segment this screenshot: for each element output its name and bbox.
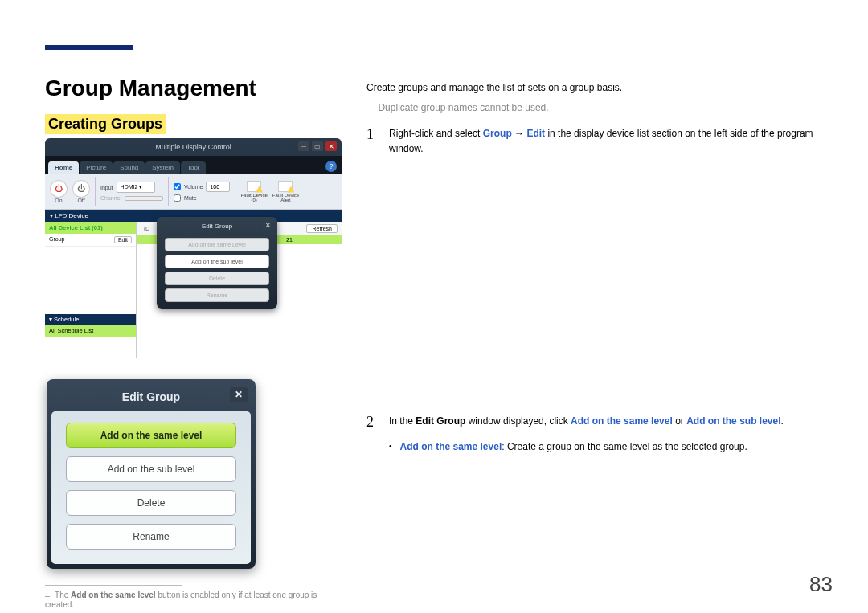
device-grid: ID ower Input Refresh	[137, 222, 342, 358]
page-number: 83	[809, 572, 833, 597]
bullet-icon: •	[389, 439, 392, 454]
volume-value[interactable]: 100	[206, 182, 230, 192]
add-sub-level-button[interactable]: Add on the sub level	[66, 456, 236, 482]
tab-picture[interactable]: Picture	[80, 161, 113, 174]
step-2-text: In the Edit Group window displayed, clic…	[389, 414, 833, 431]
close-button[interactable]: ✕	[326, 141, 337, 151]
group-word: Group	[483, 128, 512, 139]
all-schedule-list[interactable]: All Schedule List	[45, 325, 136, 337]
step-2: 2 In the Edit Group window displayed, cl…	[366, 414, 833, 431]
group-row: Group Edit	[45, 234, 136, 247]
schedule-section[interactable]: ▾ Schedule	[45, 314, 136, 325]
t: Add on the sub level	[686, 415, 780, 427]
group-label: Group	[49, 236, 64, 243]
power-on-button[interactable]: ⏻	[50, 180, 68, 198]
edit-group-dialog: Edit Group ✕ Add on the same level Add o…	[47, 379, 256, 569]
t: Add on the same level	[571, 415, 673, 427]
fault-device-alert[interactable]: Fault Device Alert	[272, 181, 299, 202]
dialog-title: Edit Group	[122, 390, 180, 403]
volume-checkbox[interactable]	[174, 183, 181, 190]
dialog-close-icon[interactable]: ✕	[230, 387, 248, 402]
edit-word: Edit	[526, 128, 545, 139]
header-rule	[45, 55, 836, 55]
rename-button[interactable]: Rename	[66, 524, 236, 550]
tab-sound[interactable]: Sound	[113, 161, 145, 174]
intro-text: Create groups and manage the list of set…	[366, 80, 833, 96]
popup-title: Edit Group ✕	[160, 220, 274, 235]
tab-home[interactable]: Home	[48, 161, 79, 174]
help-icon[interactable]: ?	[326, 161, 337, 172]
input-select[interactable]: HDMI2 ▾	[117, 182, 155, 193]
instruction-column: Create groups and manage the list of set…	[366, 80, 833, 455]
mute-checkbox[interactable]	[174, 194, 181, 202]
sidebar: All Device List (01) Group Edit ▾ Schedu…	[45, 222, 137, 358]
refresh-button[interactable]: Refresh	[306, 224, 338, 233]
t: .	[781, 415, 784, 427]
figures-column: Multiple Display Control ─ ▭ ✕ Home Pict…	[45, 138, 342, 609]
step-1-text: Right-click and select Group → Edit in t…	[389, 126, 833, 157]
dialog-body: Add on the same level Add on the sub lev…	[51, 411, 251, 564]
popup-add-sub-level[interactable]: Add on the sub level	[165, 255, 269, 268]
window-title-bar: Multiple Display Control ─ ▭ ✕	[45, 138, 342, 156]
home-toolbar: ⏻ On ⏻ Off Input HDMI2 ▾ Cha	[45, 174, 342, 210]
t: In the	[389, 415, 416, 427]
minimize-button[interactable]: ─	[298, 141, 309, 151]
t: Edit Group	[416, 415, 465, 427]
dialog-title-bar: Edit Group ✕	[51, 384, 251, 411]
main-tabs: Home Picture Sound System Tool ?	[45, 156, 342, 174]
t: The	[55, 591, 71, 599]
body-area: All Device List (01) Group Edit ▾ Schedu…	[45, 222, 342, 358]
add-same-level-button[interactable]: Add on the same level	[66, 423, 236, 448]
delete-button[interactable]: Delete	[66, 490, 236, 516]
step-number-1: 1	[366, 126, 378, 157]
off-label: Off	[72, 198, 90, 203]
step-1: 1 Right-click and select Group → Edit in…	[366, 126, 833, 157]
channel-label: Channel	[100, 195, 121, 201]
t: window displayed, click	[465, 415, 571, 427]
all-device-list[interactable]: All Device List (01)	[45, 222, 136, 234]
step-number-2: 2	[366, 414, 378, 431]
volume-control: Volume 100 Mute	[174, 182, 230, 202]
input-label: Input	[100, 185, 113, 190]
on-label: On	[50, 198, 68, 203]
maximize-button[interactable]: ▭	[312, 141, 323, 151]
header-accent-bar	[45, 45, 133, 50]
power-off-group: ⏻ Off	[72, 180, 90, 203]
t: : Create a group on the same level as th…	[502, 441, 747, 452]
window-title: Multiple Display Control	[155, 143, 231, 151]
t: or	[673, 415, 686, 427]
mdc-window: Multiple Display Control ─ ▭ ✕ Home Pict…	[45, 138, 342, 358]
channel-select	[125, 196, 163, 201]
tab-tool[interactable]: Tool	[181, 161, 206, 174]
t: Right-click and select	[389, 128, 483, 139]
page-title: Group Management	[45, 76, 256, 101]
note-body: Duplicate group names cannot be used.	[378, 102, 548, 113]
input-control: Input HDMI2 ▾ Channel	[100, 182, 163, 201]
bullet-text: Add on the same level: Create a group on…	[400, 439, 747, 455]
window-buttons: ─ ▭ ✕	[298, 141, 337, 151]
tab-system[interactable]: System	[145, 161, 180, 174]
t: Add on the same level	[400, 441, 502, 452]
footnote: ― The Add on the same level button is en…	[45, 591, 342, 609]
edit-button[interactable]: Edit	[114, 236, 132, 243]
mute-label: Mute	[184, 195, 197, 201]
step-2-bullet: • Add on the same level: Create a group …	[389, 439, 833, 455]
fault-device-count[interactable]: Fault Device (0)	[240, 181, 267, 202]
edit-group-popup-small: Edit Group ✕ Add on the same Level Add o…	[157, 217, 277, 309]
volume-label: Volume	[184, 184, 203, 190]
power-on-group: ⏻ On	[50, 180, 68, 203]
popup-rename[interactable]: Rename	[165, 288, 269, 302]
popup-add-same-level[interactable]: Add on the same Level	[165, 238, 269, 251]
power-off-button[interactable]: ⏻	[72, 180, 90, 198]
t: Add on the same level	[71, 591, 156, 599]
note-text: ― Duplicate group names cannot be used.	[366, 100, 833, 116]
col-id: ID	[141, 224, 158, 233]
footnote-rule	[45, 585, 182, 586]
popup-close-icon[interactable]: ✕	[263, 220, 272, 230]
section-heading: Creating Groups	[45, 114, 166, 134]
figure-mdc-window: Multiple Display Control ─ ▭ ✕ Home Pict…	[45, 138, 342, 358]
popup-delete[interactable]: Delete	[165, 272, 269, 285]
arrow: →	[512, 128, 527, 139]
